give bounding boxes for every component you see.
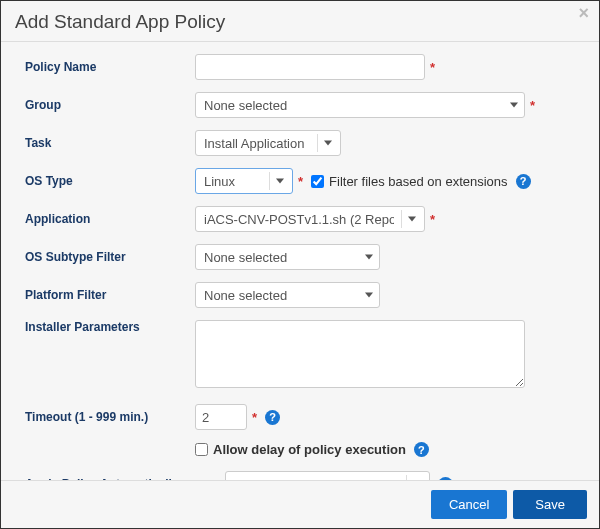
help-icon[interactable]: ? bbox=[516, 174, 531, 189]
required-marker: * bbox=[252, 410, 257, 425]
os-subtype-filter-value: None selected bbox=[204, 250, 287, 265]
installer-params-textarea[interactable] bbox=[195, 320, 525, 388]
help-icon[interactable]: ? bbox=[414, 442, 429, 457]
group-select[interactable]: None selected bbox=[195, 92, 525, 118]
allow-delay-checkbox[interactable] bbox=[195, 443, 208, 456]
required-marker: * bbox=[530, 98, 535, 113]
os-subtype-filter-label: OS Subtype Filter bbox=[25, 250, 195, 264]
platform-filter-label: Platform Filter bbox=[25, 288, 195, 302]
save-button[interactable]: Save bbox=[513, 490, 587, 519]
task-select[interactable]: Install Application bbox=[195, 130, 341, 156]
platform-filter-select[interactable]: None selected bbox=[195, 282, 380, 308]
required-marker: * bbox=[430, 212, 435, 227]
chevron-down-icon bbox=[408, 217, 416, 222]
installer-params-label: Installer Parameters bbox=[25, 320, 195, 334]
add-policy-dialog: Add Standard App Policy × Policy Name * … bbox=[0, 0, 600, 529]
filter-extensions-label: Filter files based on extensions bbox=[329, 174, 507, 189]
group-label: Group bbox=[25, 98, 195, 112]
timeout-label: Timeout (1 - 999 min.) bbox=[25, 410, 195, 424]
policy-name-input[interactable] bbox=[195, 54, 425, 80]
platform-filter-value: None selected bbox=[204, 288, 287, 303]
group-select-value: None selected bbox=[204, 98, 287, 113]
dialog-body: Policy Name * Group None selected * Task bbox=[1, 42, 599, 497]
filter-extensions-checkbox[interactable] bbox=[311, 175, 324, 188]
task-select-value: Install Application bbox=[204, 136, 304, 151]
application-select[interactable]: iACS-CNV-POSTv1.1.sh (2 Reposi bbox=[195, 206, 425, 232]
cancel-button[interactable]: Cancel bbox=[431, 490, 507, 519]
dialog-title: Add Standard App Policy bbox=[15, 11, 585, 33]
application-label: Application bbox=[25, 212, 195, 226]
chevron-down-icon bbox=[365, 255, 373, 260]
policy-name-label: Policy Name bbox=[25, 60, 195, 74]
required-marker: * bbox=[430, 60, 435, 75]
chevron-down-icon bbox=[324, 141, 332, 146]
os-type-select-value: Linux bbox=[204, 174, 235, 189]
chevron-down-icon bbox=[510, 103, 518, 108]
application-select-value: iACS-CNV-POSTv1.1.sh (2 Reposi bbox=[204, 212, 394, 227]
chevron-down-icon bbox=[365, 293, 373, 298]
os-subtype-filter-select[interactable]: None selected bbox=[195, 244, 380, 270]
dialog-header: Add Standard App Policy × bbox=[1, 1, 599, 42]
allow-delay-label: Allow delay of policy execution bbox=[213, 442, 406, 457]
timeout-input[interactable] bbox=[195, 404, 247, 430]
os-type-label: OS Type bbox=[25, 174, 195, 188]
os-type-select[interactable]: Linux bbox=[195, 168, 293, 194]
task-label: Task bbox=[25, 136, 195, 150]
chevron-down-icon bbox=[276, 179, 284, 184]
close-icon[interactable]: × bbox=[578, 3, 589, 24]
required-marker: * bbox=[298, 174, 303, 189]
dialog-footer: Cancel Save bbox=[1, 480, 599, 528]
help-icon[interactable]: ? bbox=[265, 410, 280, 425]
